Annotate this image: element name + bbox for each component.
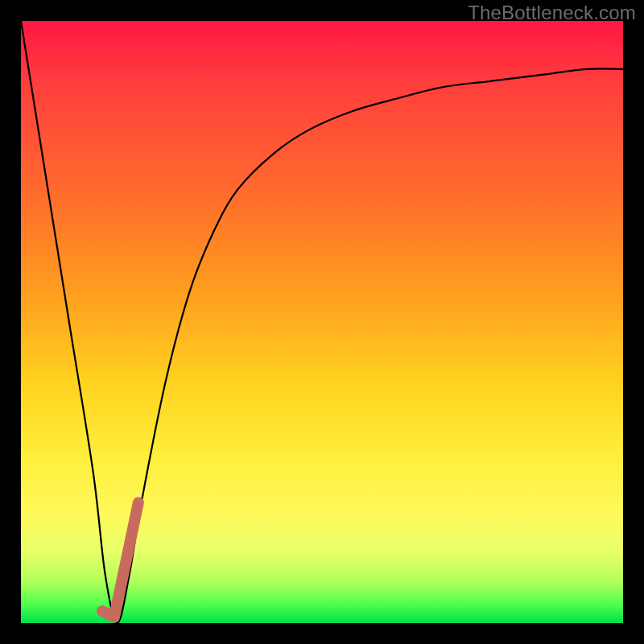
highlight-marker [102,502,138,617]
chart-frame: TheBottleneck.com [0,0,644,644]
bottleneck-curve [21,21,623,623]
chart-svg [21,21,623,623]
watermark-text: TheBottleneck.com [468,2,636,24]
plot-area [21,21,623,623]
